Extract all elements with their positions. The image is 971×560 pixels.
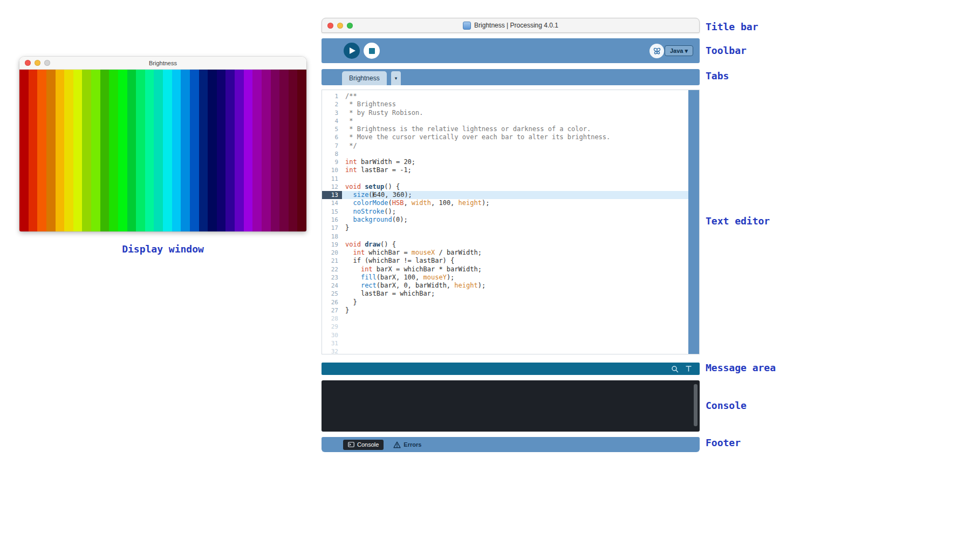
mode-selector[interactable]: Java ▾ [665, 45, 693, 56]
color-bar [136, 70, 145, 231]
color-bar [271, 70, 280, 231]
code-line[interactable]: background(0); [342, 216, 688, 224]
message-area [322, 363, 700, 375]
code-line[interactable]: * Brightness is the relative lightness o… [342, 125, 688, 133]
text-editor[interactable]: 1234567891011121314151617181920212223242… [322, 90, 700, 354]
ide-window-title: Brightness | Processing 4.0.1 [474, 22, 558, 29]
code-line[interactable]: void setup() { [342, 183, 688, 191]
console-area[interactable] [322, 380, 700, 432]
annotation-toolbar: Toolbar [706, 45, 747, 56]
tab-menu-button[interactable]: ▾ [391, 71, 401, 85]
annotation-message-area: Message area [706, 362, 776, 373]
code-line[interactable] [342, 339, 688, 347]
color-bar [118, 70, 127, 231]
code-line[interactable]: int barWidth = 20; [342, 158, 688, 166]
butterfly-debug-icon [653, 47, 661, 55]
line-number: 17 [322, 224, 342, 232]
line-number: 32 [322, 347, 342, 356]
line-number: 23 [322, 274, 342, 282]
code-line[interactable]: * Move the cursor vertically over each b… [342, 133, 688, 141]
code-line[interactable]: * [342, 117, 688, 125]
line-number: 6 [322, 133, 342, 141]
code-line[interactable] [342, 331, 688, 339]
sketch-file-icon [463, 22, 471, 30]
errors-tab-label: Errors [404, 441, 421, 448]
clear-console-icon[interactable] [685, 365, 692, 372]
color-bar [73, 70, 83, 231]
ide-titlebar[interactable]: Brightness | Processing 4.0.1 [322, 18, 700, 33]
color-bar [154, 70, 163, 231]
tab-brightness[interactable]: Brightness [342, 71, 387, 85]
editor-gutter: 1234567891011121314151617181920212223242… [322, 90, 342, 354]
code-line[interactable]: int whichBar = mouseX / barWidth; [342, 249, 688, 257]
code-line[interactable]: } [342, 306, 688, 315]
code-line[interactable]: size(640, 360); [342, 191, 688, 199]
stop-icon [369, 48, 375, 54]
line-number: 8 [322, 150, 342, 158]
line-number: 31 [322, 339, 342, 347]
code-line[interactable]: lastBar = whichBar; [342, 290, 688, 298]
stop-button[interactable] [364, 43, 380, 59]
search-icon[interactable] [671, 365, 679, 373]
code-line[interactable]: */ [342, 142, 688, 150]
code-line[interactable] [342, 347, 688, 354]
line-number: 15 [322, 208, 342, 216]
editor-code[interactable]: /** * Brightness * by Rusty Robison. * *… [342, 90, 688, 354]
line-number: 2 [322, 100, 342, 108]
line-number: 20 [322, 249, 342, 257]
code-line[interactable]: rect(barX, 0, barWidth, height); [342, 282, 688, 290]
code-line[interactable] [342, 323, 688, 331]
color-bar [297, 70, 306, 231]
editor-scrollbar[interactable] [688, 90, 699, 354]
code-line[interactable] [342, 150, 688, 158]
title-wrap: Brightness | Processing 4.0.1 [322, 22, 699, 30]
color-bar [181, 70, 190, 231]
line-number: 4 [322, 117, 342, 125]
footer-bar: Console Errors [322, 437, 700, 452]
line-number: 10 [322, 166, 342, 174]
code-line[interactable] [342, 233, 688, 241]
console-tab-button[interactable]: Console [343, 440, 384, 450]
debug-button[interactable] [649, 44, 664, 58]
line-number: 9 [322, 158, 342, 166]
line-number: 13 [322, 191, 342, 199]
color-bar [225, 70, 235, 231]
code-line[interactable]: * by Rusty Robison. [342, 109, 688, 117]
code-line[interactable]: } [342, 224, 688, 232]
figure: Brightness Display window Brightness | P… [0, 0, 971, 560]
annotation-console: Console [706, 400, 747, 411]
annotation-footer: Footer [706, 437, 741, 448]
sketch-canvas[interactable] [19, 70, 306, 231]
errors-tab-button[interactable]: Errors [393, 441, 421, 448]
code-line[interactable]: colorMode(HSB, width, 100, height); [342, 199, 688, 207]
code-line[interactable]: int barX = whichBar * barWidth; [342, 265, 688, 274]
annotation-tabs: Tabs [706, 70, 729, 81]
display-window-label: Display window [19, 243, 306, 255]
color-bar [127, 70, 136, 231]
play-icon [350, 47, 355, 54]
line-number: 25 [322, 290, 342, 298]
code-line[interactable]: fill(barX, 100, mouseY); [342, 274, 688, 282]
display-window-titlebar[interactable]: Brightness [19, 57, 306, 70]
color-bar [64, 70, 73, 231]
code-line[interactable] [342, 315, 688, 323]
code-line[interactable]: void draw() { [342, 241, 688, 249]
color-bar [208, 70, 217, 231]
code-line[interactable]: noStroke(); [342, 208, 688, 216]
code-line[interactable] [342, 175, 688, 183]
code-line[interactable]: int lastBar = -1; [342, 166, 688, 174]
line-number: 7 [322, 142, 342, 150]
line-number: 11 [322, 175, 342, 183]
code-line[interactable]: /** [342, 92, 688, 100]
run-button[interactable] [344, 43, 360, 59]
color-bar [29, 70, 38, 231]
console-scrollbar[interactable] [694, 384, 698, 426]
code-line[interactable]: if (whichBar != lastBar) { [342, 257, 688, 265]
code-line[interactable]: } [342, 298, 688, 306]
code-line[interactable]: * Brightness [342, 100, 688, 108]
line-number: 30 [322, 331, 342, 339]
color-bar [19, 70, 29, 231]
color-bar [46, 70, 56, 231]
ide-toolbar: Java ▾ [322, 38, 700, 63]
line-number: 26 [322, 298, 342, 306]
